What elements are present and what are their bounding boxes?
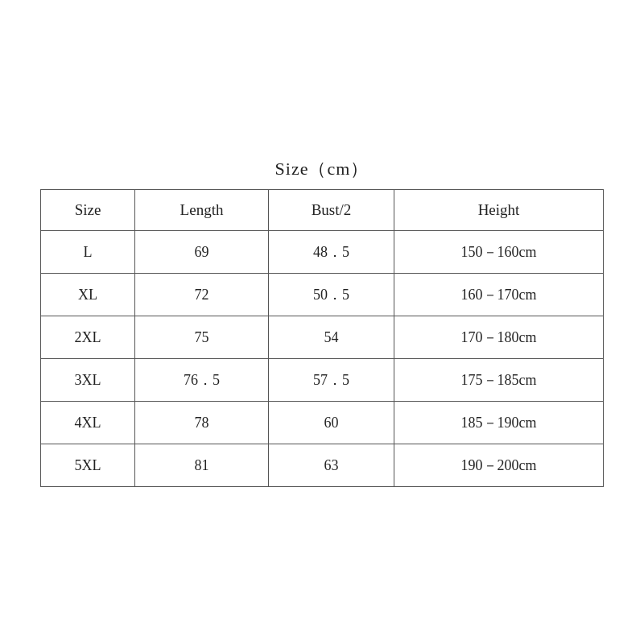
table-row: 2XL7554170－180cm bbox=[41, 316, 604, 359]
cell-length: 81 bbox=[135, 444, 269, 487]
cell-bust: 54 bbox=[268, 316, 394, 359]
cell-size: 3XL bbox=[41, 359, 135, 402]
cell-height: 150－160cm bbox=[394, 231, 604, 274]
cell-bust: 48．5 bbox=[268, 231, 394, 274]
table-row: 3XL76．557．5175－185cm bbox=[41, 359, 604, 402]
col-header-length: Length bbox=[135, 190, 269, 231]
table-row: 5XL8163190－200cm bbox=[41, 444, 604, 487]
cell-bust: 50．5 bbox=[268, 274, 394, 316]
cell-size: XL bbox=[41, 274, 135, 316]
cell-height: 185－190cm bbox=[394, 402, 604, 444]
cell-length: 75 bbox=[135, 316, 269, 359]
table-header-row: Size Length Bust/2 Height bbox=[41, 190, 604, 231]
col-header-bust: Bust/2 bbox=[268, 190, 394, 231]
cell-bust: 57．5 bbox=[268, 359, 394, 402]
cell-length: 78 bbox=[135, 402, 269, 444]
table-row: 4XL7860185－190cm bbox=[41, 402, 604, 444]
cell-bust: 60 bbox=[268, 402, 394, 444]
cell-bust: 63 bbox=[268, 444, 394, 487]
cell-height: 175－185cm bbox=[394, 359, 604, 402]
size-table: Size Length Bust/2 Height L6948．5150－160… bbox=[40, 189, 604, 487]
cell-size: 5XL bbox=[41, 444, 135, 487]
table-title: Size（cm） bbox=[40, 157, 604, 181]
table-row: XL7250．5160－170cm bbox=[41, 274, 604, 316]
col-header-height: Height bbox=[394, 190, 604, 231]
cell-size: 4XL bbox=[41, 402, 135, 444]
cell-height: 170－180cm bbox=[394, 316, 604, 359]
cell-size: 2XL bbox=[41, 316, 135, 359]
cell-length: 72 bbox=[135, 274, 269, 316]
cell-height: 190－200cm bbox=[394, 444, 604, 487]
cell-height: 160－170cm bbox=[394, 274, 604, 316]
table-row: L6948．5150－160cm bbox=[41, 231, 604, 274]
cell-length: 76．5 bbox=[135, 359, 269, 402]
cell-length: 69 bbox=[135, 231, 269, 274]
cell-size: L bbox=[41, 231, 135, 274]
size-chart-container: Size（cm） Size Length Bust/2 Height L6948… bbox=[40, 157, 604, 487]
col-header-size: Size bbox=[41, 190, 135, 231]
